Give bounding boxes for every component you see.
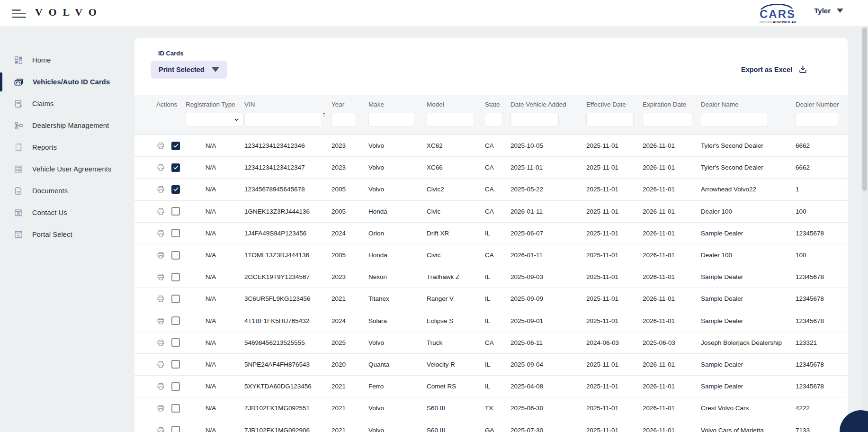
sort-asc-icon[interactable]: ↑: [322, 110, 326, 118]
row-checkbox[interactable]: [171, 382, 180, 391]
export-as-excel-button[interactable]: Export as Excel: [741, 64, 808, 74]
print-icon[interactable]: [156, 229, 165, 238]
cell-dealer-name: Dealer 100: [701, 208, 796, 215]
cell-dealer-number: 12345678: [796, 273, 848, 280]
print-icon[interactable]: [156, 338, 165, 347]
table-header: ActionsRegistration TypeVIN↑YearMakeMode…: [134, 95, 848, 135]
print-selected-button[interactable]: Print Selected: [151, 61, 227, 79]
sidebar-item-claims[interactable]: Claims: [0, 93, 134, 115]
filter-year-input[interactable]: [331, 113, 356, 126]
print-icon[interactable]: [156, 185, 165, 194]
col-header-effective-date[interactable]: Effective Date: [586, 101, 643, 108]
print-icon[interactable]: [156, 382, 165, 391]
filter-vin-input[interactable]: [244, 113, 322, 126]
print-icon[interactable]: [156, 251, 165, 260]
row-checkbox[interactable]: [171, 273, 180, 281]
cell-model: Trailhawk Z: [427, 273, 485, 280]
sidebar: Home Vehicles/Auto ID Cards Claims: [0, 26, 134, 432]
cell-make: Nexon: [368, 273, 427, 280]
cell-state: IL: [485, 317, 510, 324]
cell-make: Ferro: [368, 383, 427, 390]
col-header-model[interactable]: Model: [427, 101, 485, 108]
cell-year: 2024: [331, 317, 368, 324]
row-checkbox[interactable]: [171, 426, 180, 432]
sidebar-item-documents[interactable]: Documents: [0, 180, 134, 202]
cell-state: IL: [485, 361, 510, 368]
cell-make: Quanta: [368, 361, 427, 368]
cell-vin: 1GNEK13Z3RJ444136: [244, 208, 331, 215]
cell-expiration-date: 2026-11-01: [643, 317, 701, 324]
sidebar-item-reports[interactable]: Reports: [0, 136, 134, 158]
table-row: N/A1J4FA49S94P1234562024OrionDrift XRIL2…: [134, 223, 848, 244]
row-checkbox[interactable]: [171, 316, 180, 325]
cell-year: 2023: [331, 142, 368, 149]
row-checkbox[interactable]: [171, 338, 180, 347]
cell-effective-date: 2025-11-01: [586, 295, 643, 302]
filter-state-input[interactable]: [485, 113, 503, 126]
cell-expiration-date: 2026-11-01: [643, 252, 701, 259]
filter-date-vehicle-added-input[interactable]: [510, 113, 559, 126]
cell-dealer-number: 4222: [796, 405, 848, 412]
col-header-expiration-date[interactable]: Expiration Date: [643, 101, 701, 108]
row-checkbox[interactable]: [171, 142, 180, 150]
row-checkbox[interactable]: [171, 229, 180, 237]
sidebar-item-vehicles-auto-id-cards[interactable]: Vehicles/Auto ID Cards: [0, 71, 134, 93]
filter-expiration-date-input[interactable]: [643, 113, 692, 126]
cell-expiration-date: 2026-11-01: [643, 164, 701, 171]
col-header-date-vehicle-added[interactable]: Date Vehicle Added: [510, 101, 586, 108]
table-row: N/A123456789456456782005VolvoCivic2CA202…: [134, 179, 848, 200]
cell-registration-type: N/A: [186, 361, 244, 368]
portal-window-icon: [14, 230, 23, 239]
col-header-year[interactable]: Year: [331, 101, 368, 108]
sidebar-item-dealership-management[interactable]: Dealership Management: [0, 115, 134, 136]
col-header-dealer-number[interactable]: Dealer Number: [796, 101, 848, 108]
print-icon[interactable]: [156, 360, 165, 369]
filter-dealer-number-input[interactable]: [796, 113, 838, 126]
table-row: N/A123412341234123462023VolvoXC62CA2025-…: [134, 135, 848, 157]
col-header-dealer-name[interactable]: Dealer Name: [701, 101, 796, 108]
cell-dealer-number: 12345678: [796, 361, 848, 368]
print-icon[interactable]: [156, 207, 165, 216]
cell-dealer-name: Arrowhead Volvo22: [701, 186, 796, 193]
print-icon[interactable]: [156, 294, 165, 303]
filter-make-input[interactable]: [368, 113, 414, 126]
sidebar-item-vehicle-user-agreements[interactable]: Vehicle User Agreements: [0, 158, 134, 180]
sidebar-item-home[interactable]: Home: [0, 49, 134, 71]
scrollbar-thumb[interactable]: [862, 27, 867, 191]
row-checkbox[interactable]: [171, 360, 180, 369]
row-checkbox[interactable]: [171, 404, 180, 413]
row-checkbox[interactable]: [171, 185, 180, 194]
filter-effective-date-input[interactable]: [586, 113, 634, 126]
row-checkbox[interactable]: [171, 163, 180, 172]
cell-registration-type: N/A: [186, 208, 244, 215]
filter-registration-type-select[interactable]: [186, 113, 243, 126]
col-header-registration-type[interactable]: Registration Type: [186, 101, 244, 108]
sidebar-item-portal-select[interactable]: Portal Select: [0, 224, 134, 245]
org-chart-icon: [14, 121, 23, 130]
row-checkbox[interactable]: [171, 207, 180, 216]
cell-vin: 12341234123412347: [244, 164, 331, 171]
filter-dealer-name-input[interactable]: [701, 113, 768, 126]
col-header-vin[interactable]: VIN↑: [244, 101, 331, 108]
filter-model-input[interactable]: [427, 113, 474, 126]
cell-actions: [156, 272, 186, 281]
sidebar-item-contact-us[interactable]: Contact Us: [0, 202, 134, 224]
print-icon[interactable]: [156, 163, 165, 172]
col-header-state[interactable]: State: [485, 101, 510, 108]
print-icon[interactable]: [156, 404, 165, 413]
col-header-make[interactable]: Make: [368, 101, 427, 108]
user-menu[interactable]: Tyler: [814, 7, 843, 15]
cell-model: Comet RS: [427, 383, 485, 390]
row-checkbox[interactable]: [171, 295, 180, 303]
print-icon[interactable]: [156, 141, 165, 150]
cell-dealer-number: 12345678: [796, 317, 848, 324]
menu-icon[interactable]: [12, 9, 26, 18]
row-checkbox[interactable]: [171, 251, 180, 260]
cell-actions: [156, 404, 186, 413]
user-name: Tyler: [814, 7, 831, 15]
print-icon[interactable]: [156, 272, 165, 281]
cell-date-vehicle-added: 2025-09-09: [510, 295, 586, 302]
print-icon[interactable]: [156, 426, 165, 432]
print-icon[interactable]: [156, 316, 165, 325]
cell-effective-date: 2025-11-01: [586, 252, 643, 259]
